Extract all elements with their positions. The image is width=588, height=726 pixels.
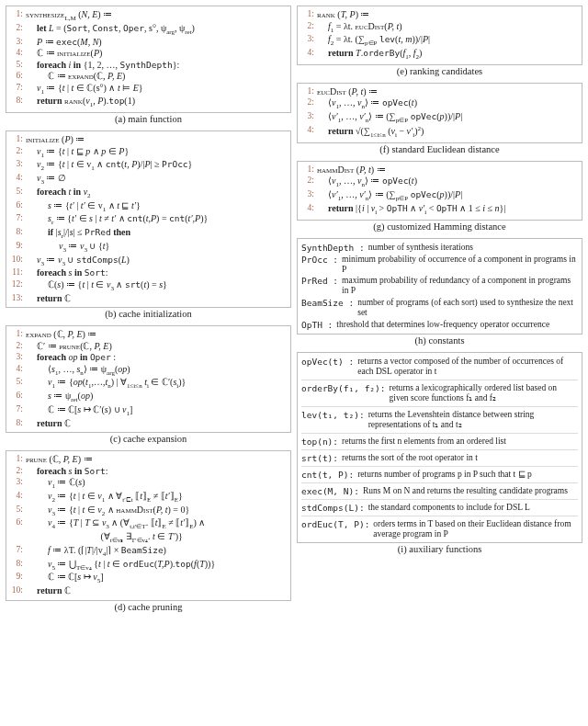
alg-d: 1:prune (ℂ, P, E) ≔ 2:foreach s in Sort:… (6, 450, 291, 601)
panel-cache-init: 1:initialize (P) ≔ 2:v1 ≔ {t | t ⊑ p ∧ p… (6, 130, 291, 322)
panel-constants: SynthDepth :number of synthesis iteratio… (297, 238, 582, 349)
const-val: number of programs (of each sort) used t… (357, 298, 578, 318)
const-val: threshold that determines low-frequency … (336, 320, 578, 330)
const-key: PrOcc : (301, 255, 342, 275)
caption-a: (a) main function (6, 114, 291, 124)
constants-table: SynthDepth :number of synthesis iteratio… (297, 238, 582, 335)
panel-cache-expand: 1:expand (ℂ, P, E) ≔ 2:ℂ′ ≔ prune(ℂ, P, … (6, 325, 291, 447)
panel-ranking: 1:rank (T, P) ≔ 2:f1 = λt. eucDist(P, t)… (297, 6, 582, 79)
const-key: BeamSize : (301, 298, 357, 318)
caption-d: (d) cache pruning (6, 602, 291, 612)
aux-key: opVec(t) : (301, 357, 357, 377)
panel-main-function: 1:synthesizeL,M (N, E) ≔ 2:let L = (Sort… (6, 6, 291, 127)
panel-hamming: 1:hammDist (P, t) ≔ 2:⟨v1, …, vn⟩ ≔ opVe… (297, 161, 582, 234)
caption-g: (g) customized Hamming distance (297, 221, 582, 232)
alg-b: 1:initialize (P) ≔ 2:v1 ≔ {t | t ⊑ p ∧ p… (6, 130, 291, 308)
aux-key: top(n): (301, 437, 342, 447)
aux-key: exec(M, N): (301, 486, 363, 496)
const-key: OpTH : (301, 320, 336, 330)
aux-key: ordEuc(T, P): (301, 519, 373, 539)
caption-e: (e) ranking candidates (297, 66, 582, 76)
caption-h: (h) constants (297, 335, 582, 346)
alg-e: 1:rank (T, P) ≔ 2:f1 = λt. eucDist(P, t)… (297, 6, 582, 65)
aux-key: cnt(t, P): (301, 470, 357, 480)
panel-cache-prune: 1:prune (ℂ, P, E) ≔ 2:foreach s in Sort:… (6, 450, 291, 615)
alg-g: 1:hammDist (P, t) ≔ 2:⟨v1, …, vn⟩ ≔ opVe… (297, 161, 582, 221)
aux-key: stdComps(L): (301, 503, 368, 513)
panel-aux: opVec(t) :returns a vector composed of t… (297, 352, 582, 557)
caption-c: (c) cache expansion (6, 434, 291, 444)
aux-key: lev(t₁, t₂): (301, 410, 368, 430)
const-val: number of synthesis iterations (368, 243, 578, 253)
aux-val: the standard components to include for D… (368, 503, 578, 513)
alg-f: 1:eucDist (P, t) ≔ 2:⟨v1, …, vn⟩ ≔ opVec… (297, 83, 582, 143)
panel-euclidean: 1:eucDist (P, t) ≔ 2:⟨v1, …, vn⟩ ≔ opVec… (297, 83, 582, 157)
aux-key: srt(t): (301, 453, 342, 463)
aux-key: orderBy(f₁, f₂): (301, 383, 390, 403)
aux-val: returns the first n elements from an ord… (342, 437, 578, 447)
aux-table: opVec(t) :returns a vector composed of t… (297, 352, 582, 543)
alg-a: 1:synthesizeL,M (N, E) ≔ 2:let L = (Sort… (6, 6, 291, 113)
const-val: maximum probability of redundancy of a c… (342, 276, 578, 296)
caption-i: (i) auxiliary functions (297, 544, 582, 554)
aux-val: Runs M on N and returns the resulting ca… (363, 486, 578, 496)
alg-c: 1:expand (ℂ, P, E) ≔ 2:ℂ′ ≔ prune(ℂ, P, … (6, 325, 291, 433)
const-key: PrRed : (301, 276, 342, 296)
caption-b: (b) cache initialization (6, 309, 291, 319)
aux-val: orders terms in T based on their Euclide… (373, 519, 578, 539)
const-key: SynthDepth : (301, 243, 368, 253)
aux-val: returns the sort of the root operator in… (342, 453, 578, 463)
caption-f: (f) standard Euclidean distance (297, 144, 582, 154)
const-val: minimum probability of occurrence of a c… (342, 255, 578, 275)
aux-val: returns number of programs p in P such t… (357, 470, 578, 480)
aux-val: returns a lexicographically ordered list… (390, 383, 578, 403)
aux-val: returns a vector composed of the number … (357, 357, 578, 377)
aux-val: returns the Levenshtein distance between… (368, 410, 578, 430)
